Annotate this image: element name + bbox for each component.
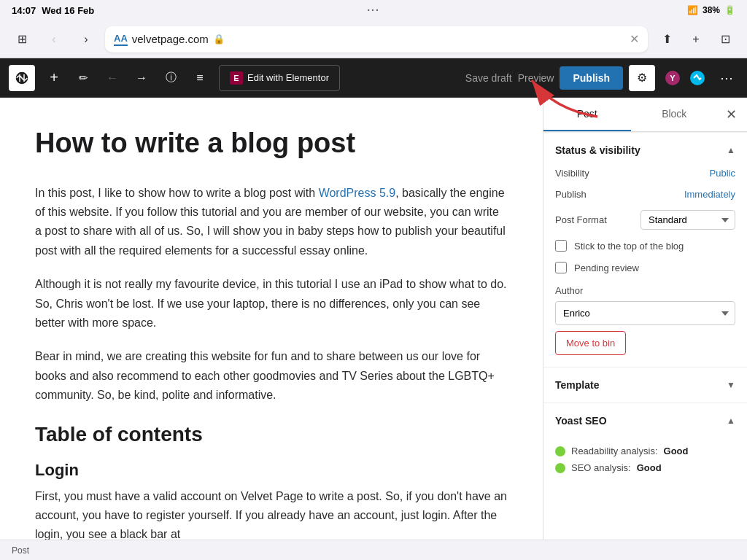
template-chevron: ▼ [727,380,735,390]
svg-point-3 [690,71,705,85]
wp-editor-toolbar: + ✏ ← → ⓘ ≡ E Edit with Elementor Save d… [0,58,747,98]
panel-header: Post Block ✕ [543,98,747,132]
address-bar[interactable]: AA velvetpage.com 🔒 ✕ [105,26,648,52]
pending-review-checkbox[interactable] [555,262,567,273]
paragraph-2: Although it is not really my favourite d… [35,275,508,332]
seo-dot [555,463,565,473]
template-title: Template [555,379,599,391]
post-format-row: Post Format Standard Aside Image Video Q… [555,210,735,230]
visibility-label: Visibility [555,168,589,179]
readability-row: Readability analysis: Good [555,446,735,456]
elementor-icon: E [230,71,243,85]
forward-button[interactable]: › [73,26,99,52]
publish-value[interactable]: Immediately [684,189,735,200]
paragraph-3: Bear in mind, we are creating this websi… [35,347,508,405]
yoast-header[interactable]: Yoast SEO ▲ [543,402,747,438]
status-visibility-section: Status & visibility ▲ Visibility Public … [543,132,747,367]
list-view-button[interactable]: ≡ [187,65,213,91]
status-visibility-header[interactable]: Status & visibility ▲ [543,132,747,168]
visibility-value[interactable]: Public [710,168,735,179]
wordpress-link[interactable]: WordPress 5.9 [319,187,396,199]
add-block-button[interactable]: + [41,65,67,91]
status-visibility-chevron: ▲ [727,145,735,155]
undo-button[interactable]: ← [99,65,125,91]
readability-value: Good [664,446,689,456]
bottom-bar-label: Post [12,545,29,556]
preview-button[interactable]: Preview [518,72,554,84]
performance-plugin-button[interactable] [686,66,709,90]
sidebar-toggle-button[interactable]: ⊞ [9,26,35,52]
tabs-button[interactable]: ⊡ [712,26,738,52]
stick-top-row: Stick to the top of the blog [555,240,735,252]
post-format-label: Post Format [555,214,607,225]
status-visibility-title: Status & visibility [555,144,640,156]
bottom-bar: Post [0,540,747,560]
pending-review-label: Pending review [574,262,639,273]
status-visibility-content: Visibility Public Publish Immediately Po… [543,168,747,367]
yoast-plugin-button[interactable]: Y [661,66,684,90]
share-button[interactable]: ⬆ [654,26,680,52]
heading-table-contents: Table of contents [35,423,508,446]
yoast-content: Readability analysis: Good SEO analysis:… [543,438,747,491]
wp-logo [9,65,35,91]
seo-row: SEO analysis: Good [555,462,735,473]
browser-toolbar: ⊞ ‹ › AA velvetpage.com 🔒 ✕ ⬆ + ⊡ [0,20,747,58]
stick-top-checkbox[interactable] [555,240,567,252]
move-to-bin-button[interactable]: Move to bin [555,331,626,355]
battery-icon: 🔋 [724,5,735,15]
address-input-label: AA [114,33,128,46]
tools-button[interactable]: ✏ [70,65,96,91]
tab-post[interactable]: Post [543,98,631,131]
date: Wed 16 Feb [42,5,94,16]
signal-icon: 📶 [687,5,698,15]
author-label: Author [555,285,583,296]
readability-label: Readability analysis: [571,446,658,456]
battery-text: 38% [703,5,720,15]
publish-button[interactable]: Publish [560,66,623,90]
settings-panel-button[interactable]: ⚙ [629,65,655,91]
tab-block[interactable]: Block [631,98,719,131]
edit-with-elementor-button[interactable]: E Edit with Elementor [219,65,340,91]
status-dots: ··· [367,4,380,16]
details-button[interactable]: ⓘ [158,65,184,91]
readability-dot [555,446,565,456]
post-body: In this post, I like to show how to writ… [35,184,508,545]
panel-body: Status & visibility ▲ Visibility Public … [543,132,747,560]
author-select[interactable]: Enrico Chris Admin [555,301,735,325]
more-options-button[interactable]: ⋯ [715,66,738,90]
author-field: Author Enrico Chris Admin [555,284,735,325]
yoast-chevron: ▲ [727,416,735,426]
time: 14:07 [12,5,36,16]
heading-login: Login [35,461,508,480]
back-button[interactable]: ‹ [41,26,67,52]
lock-icon: 🔒 [213,34,225,44]
publish-label: Publish [555,189,587,200]
address-text: velvetpage.com [132,33,209,45]
post-format-select[interactable]: Standard Aside Image Video Quote Link [640,210,735,230]
redo-button[interactable]: → [128,65,155,91]
new-tab-button[interactable]: + [683,26,709,52]
status-bar: 14:07 Wed 16 Feb ··· 📶 38% 🔋 [0,0,747,20]
paragraph-4: First, you must have a valid account on … [35,487,508,545]
yoast-seo-section: Yoast SEO ▲ Readability analysis: Good S… [543,402,747,491]
seo-label: SEO analysis: [571,462,631,473]
template-header[interactable]: Template ▼ [543,367,747,402]
yoast-title: Yoast SEO [555,415,607,427]
sidebar-panel: Post Block ✕ Status & visibility ▲ Visib… [543,98,747,560]
main-area: How to write a blog post In this post, I… [0,98,747,560]
save-draft-button[interactable]: Save draft [465,72,512,84]
seo-value: Good [637,462,662,473]
elementor-btn-label: Edit with Elementor [247,72,329,83]
post-title[interactable]: How to write a blog post [35,127,508,160]
panel-close-button[interactable]: ✕ [718,101,744,128]
visibility-row: Visibility Public [555,168,735,179]
editor-content[interactable]: How to write a blog post In this post, I… [0,98,543,560]
paragraph-1: In this post, I like to show how to writ… [35,184,508,261]
stick-top-label: Stick to the top of the blog [574,241,684,252]
template-section: Template ▼ [543,367,747,402]
publish-row: Publish Immediately [555,189,735,200]
svg-text:Y: Y [670,74,676,82]
pending-review-row: Pending review [555,262,735,273]
address-clear-button[interactable]: ✕ [630,32,639,46]
